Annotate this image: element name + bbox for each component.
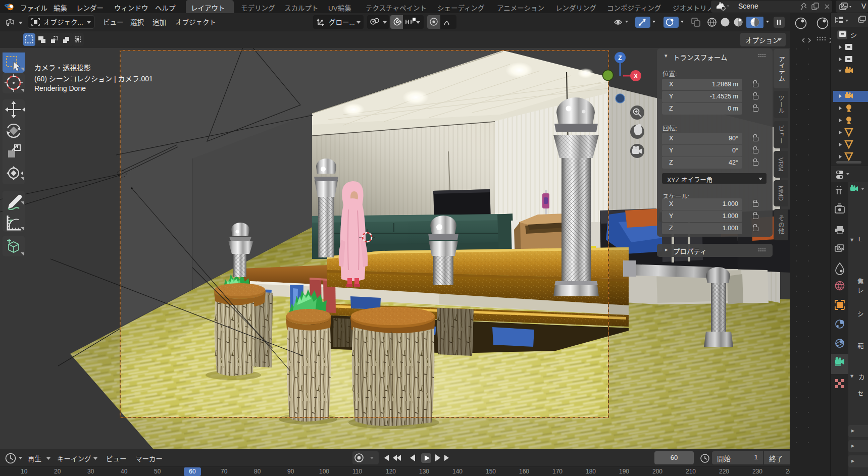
svg-text:X: X	[634, 73, 638, 80]
svg-text:シ: シ	[850, 31, 857, 39]
svg-text:Z: Z	[618, 55, 622, 62]
